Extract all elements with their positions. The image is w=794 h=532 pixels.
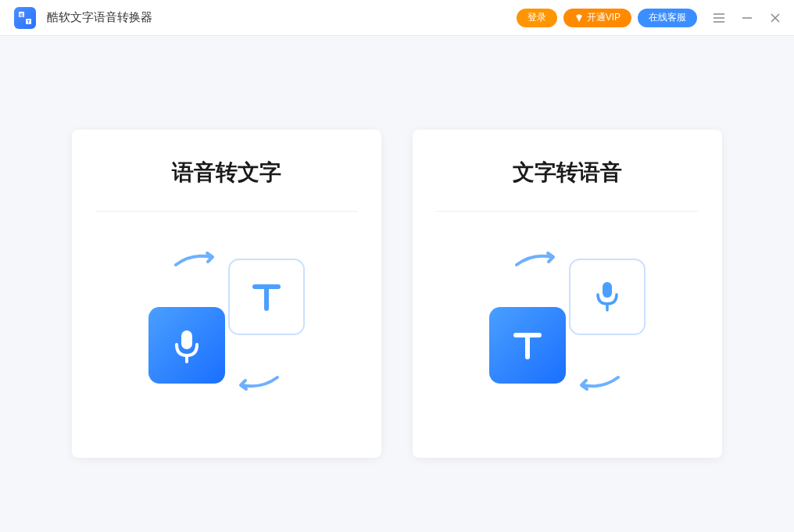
arrow-right-icon [513,249,560,273]
diamond-icon [574,13,584,23]
arrow-right-icon [172,249,219,273]
minimize-icon [741,12,753,24]
login-label: 登录 [528,11,546,24]
titlebar: 语 T 酷软文字语音转换器 登录 开通VIP 在线客服 [0,0,794,36]
service-button[interactable]: 在线客服 [638,9,697,27]
svg-rect-10 [181,330,192,349]
card-icon-area [436,212,699,430]
text-box-icon [489,307,566,384]
microphone-box-icon [148,307,225,384]
vip-button[interactable]: 开通VIP [563,9,631,27]
svg-rect-12 [603,282,612,298]
arrow-left-icon [234,370,281,393]
login-button[interactable]: 登录 [517,9,557,27]
svg-text:T: T [27,19,30,23]
close-button[interactable] [766,9,785,27]
main-content: 语音转文字 [0,36,794,458]
text-to-speech-card[interactable]: 文字转语音 [413,130,722,458]
arrow-left-icon [575,370,622,393]
menu-icon [712,11,726,25]
card-title-speech-to-text: 语音转文字 [95,158,358,212]
microphone-box-icon [569,259,646,335]
app-title: 酷软文字语音转换器 [47,10,152,25]
svg-text:语: 语 [19,12,23,16]
card-icon-area [95,212,358,430]
service-label: 在线客服 [649,11,686,24]
close-icon [769,12,781,24]
vip-label: 开通VIP [587,11,621,24]
app-logo-icon: 语 T [14,7,36,29]
menu-button[interactable] [710,9,728,27]
text-box-icon [228,259,305,335]
minimize-button[interactable] [738,9,756,27]
speech-to-text-card[interactable]: 语音转文字 [72,130,381,458]
card-title-text-to-speech: 文字转语音 [436,158,699,212]
